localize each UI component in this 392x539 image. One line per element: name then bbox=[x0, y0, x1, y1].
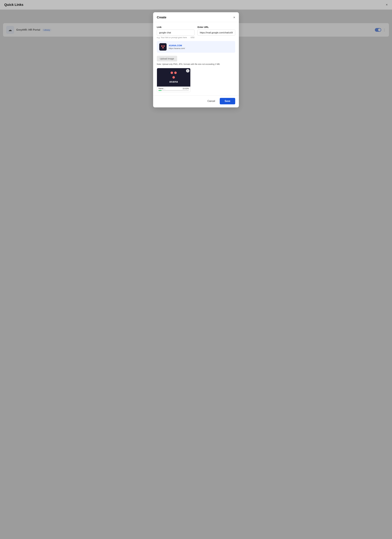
url-full: https://asana.com/ bbox=[169, 47, 185, 49]
asana-logo-large: asana bbox=[169, 72, 178, 83]
url-input[interactable] bbox=[197, 29, 235, 36]
modal-footer: Cancel Save bbox=[153, 95, 239, 107]
url-preview-icon bbox=[159, 43, 167, 51]
link-label: Link bbox=[157, 26, 195, 28]
link-form-group: Link e.g. Your hint or prompt goes here … bbox=[157, 26, 195, 38]
modal-header: Create × bbox=[153, 12, 239, 22]
image-name: Name.... bbox=[158, 87, 165, 90]
form-row: Link e.g. Your hint or prompt goes here … bbox=[157, 26, 235, 38]
modal-title: Create bbox=[157, 16, 166, 19]
upload-image-button[interactable]: Upload image bbox=[157, 56, 177, 62]
save-button[interactable]: Save bbox=[220, 98, 235, 104]
progress-bar-bg bbox=[158, 90, 189, 91]
image-progress: 10.02% bbox=[182, 87, 189, 90]
cancel-button[interactable]: Cancel bbox=[205, 98, 218, 104]
char-count: 0/50 bbox=[191, 36, 195, 38]
url-preview-card: ASANA.COM https://asana.com/ bbox=[157, 41, 235, 53]
hint-row: e.g. Your hint or prompt goes here 0/50 bbox=[157, 36, 195, 38]
asana-large-dot-bottom bbox=[172, 76, 175, 79]
link-input[interactable] bbox=[157, 29, 195, 36]
image-preview-inner: asana × bbox=[157, 68, 190, 87]
asana-dot-right bbox=[163, 45, 165, 47]
asana-text: asana bbox=[169, 80, 178, 83]
modal-close-button[interactable]: × bbox=[233, 16, 235, 19]
remove-image-button[interactable]: × bbox=[186, 69, 189, 72]
create-modal: Create × Link e.g. Your hint or prompt g… bbox=[153, 12, 239, 107]
asana-large-dot-left bbox=[171, 72, 173, 74]
upload-section: Upload image Note: Upload only PNG, JPG,… bbox=[157, 56, 235, 92]
url-preview-info: ASANA.COM https://asana.com/ bbox=[169, 44, 185, 49]
progress-bar-fill bbox=[158, 90, 162, 91]
asana-small-logo bbox=[161, 45, 165, 48]
progress-info: Name.... 10.02% bbox=[158, 87, 189, 90]
image-preview-wrap: asana × Name.... 10.02% bbox=[157, 68, 191, 92]
modal-body: Link e.g. Your hint or prompt goes here … bbox=[153, 22, 239, 95]
hint-text: e.g. Your hint or prompt goes here bbox=[157, 36, 187, 38]
upload-note: Note: Upload only PNG, JPG, formats with… bbox=[157, 63, 235, 65]
url-form-group: Enter URL bbox=[197, 26, 235, 38]
progress-row: Name.... 10.02% bbox=[157, 87, 190, 92]
url-domain: ASANA.COM bbox=[169, 44, 185, 47]
asana-top-dots bbox=[171, 72, 177, 74]
modal-overlay: Create × Link e.g. Your hint or prompt g… bbox=[0, 0, 392, 539]
url-label: Enter URL bbox=[197, 26, 235, 28]
asana-large-dot-right bbox=[174, 72, 177, 74]
asana-dot-left bbox=[161, 45, 163, 47]
asana-dot-bottom bbox=[162, 47, 164, 48]
